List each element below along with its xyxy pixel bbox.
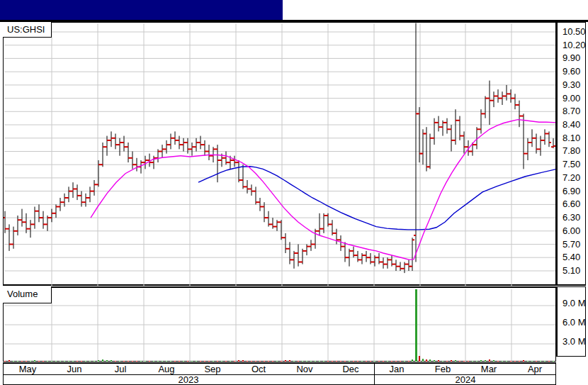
month-label: Sep xyxy=(204,364,220,374)
chart-header: Historic Chart for US:GHSI by Stockwatch… xyxy=(0,0,588,20)
price-axis-label: 10.20 xyxy=(562,40,586,50)
price-axis-label: 6.30 xyxy=(562,213,580,223)
month-axis: MayJunJulAugSepOctNovDecJanFebMarApr xyxy=(3,362,556,375)
price-axis-label: 7.50 xyxy=(562,160,580,169)
month-label: Jun xyxy=(67,364,82,374)
month-label: Aug xyxy=(158,364,174,374)
symbol-label-box: US:GHSI xyxy=(3,22,52,38)
month-label: Jul xyxy=(115,364,127,374)
year-axis: 20232024 xyxy=(3,375,556,385)
price-axis-label: 8.10 xyxy=(562,133,580,143)
price-axis-label: 8.70 xyxy=(562,106,580,116)
price-axis: 10.5010.209.909.609.309.008.708.408.107.… xyxy=(555,22,586,286)
year-label: 2024 xyxy=(456,375,476,385)
month-label: Mar xyxy=(481,364,497,374)
volume-axis: 9.0 M6.0 M3.0 M xyxy=(555,286,586,357)
volume-axis-label: 3.0 M xyxy=(562,337,586,347)
volume-chart-svg xyxy=(4,288,557,363)
volume-label-box: Volume xyxy=(3,286,52,303)
month-label: Oct xyxy=(251,364,266,374)
price-axis-label: 8.40 xyxy=(562,120,580,130)
price-axis-label: 9.90 xyxy=(562,53,580,63)
header-highlight: Historic Chart for US:GHSI by Stockwatch… xyxy=(0,0,283,20)
price-axis-label: 9.00 xyxy=(562,94,580,104)
price-chart-panel xyxy=(3,22,556,286)
month-label: May xyxy=(19,364,37,374)
price-axis-label: 9.30 xyxy=(562,80,580,90)
year-divider-line xyxy=(374,375,375,384)
historic-chart-window: Historic Chart for US:GHSI by Stockwatch… xyxy=(0,0,588,385)
month-label: Nov xyxy=(296,364,312,374)
price-axis-label: 5.40 xyxy=(562,252,580,262)
price-axis-label: 9.60 xyxy=(562,67,580,77)
year-label: 2023 xyxy=(179,375,199,385)
price-axis-label: 10.50 xyxy=(562,27,586,37)
month-label: Dec xyxy=(342,364,358,374)
month-label: Feb xyxy=(435,364,451,374)
price-axis-label: 6.60 xyxy=(562,199,580,209)
price-axis-label: 7.80 xyxy=(562,146,580,156)
price-axis-label: 5.10 xyxy=(562,266,580,276)
volume-axis-label: 9.0 M xyxy=(562,298,586,308)
price-axis-label: 7.20 xyxy=(562,173,580,183)
price-axis-label: 6.00 xyxy=(562,226,580,236)
month-label: Apr xyxy=(528,364,542,374)
symbol-label: US:GHSI xyxy=(7,24,45,35)
year-divider-line xyxy=(374,364,375,374)
volume-label: Volume xyxy=(7,289,38,299)
price-axis-label: 6.90 xyxy=(562,186,580,196)
price-chart-svg xyxy=(4,23,557,286)
volume-chart-panel xyxy=(3,286,556,362)
price-axis-label: 5.70 xyxy=(562,240,580,250)
volume-axis-label: 6.0 M xyxy=(562,318,586,328)
month-label: Jan xyxy=(390,364,405,374)
